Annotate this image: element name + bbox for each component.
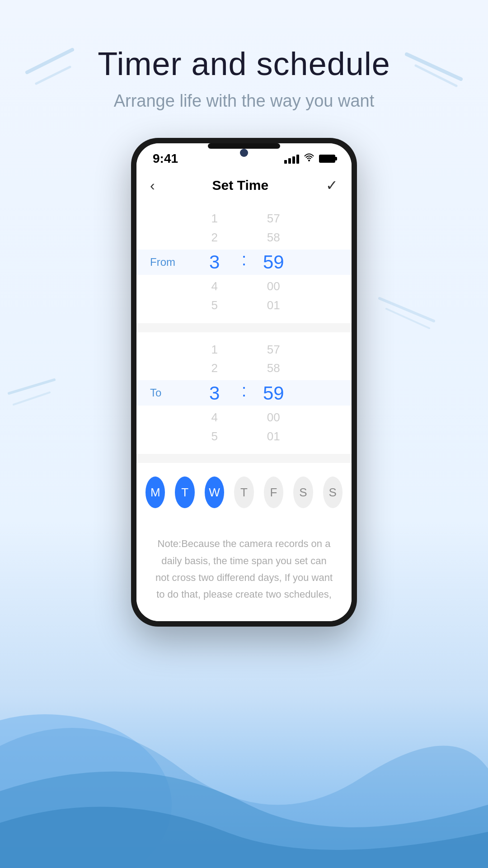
phone-mockup: 9:41: [131, 138, 357, 627]
to-hour-5: 5: [192, 427, 237, 446]
from-min-57: 57: [251, 209, 296, 228]
from-picker-row[interactable]: From 1 2 3 4 5 : 57: [136, 206, 352, 319]
day-monday[interactable]: M: [145, 476, 165, 508]
day-friday[interactable]: F: [264, 476, 283, 508]
note-text: Note:Because the camera records on a dai…: [155, 535, 333, 603]
app-header: ‹ Set Time ✓: [136, 170, 352, 201]
to-picker-columns: 1 2 3 4 5 : 57 58 59 00: [192, 340, 296, 446]
from-separator: :: [237, 250, 251, 269]
note-section: Note:Because the camera records on a dai…: [136, 522, 352, 621]
to-min-57: 57: [251, 340, 296, 359]
day-wednesday[interactable]: W: [205, 476, 224, 508]
page-title: Timer and schedule: [98, 45, 390, 82]
status-icons: [284, 153, 335, 165]
to-hour-2: 2: [192, 359, 237, 378]
confirm-button[interactable]: ✓: [326, 177, 338, 194]
from-hour-column[interactable]: 1 2 3 4 5: [192, 209, 237, 315]
to-hour-1: 1: [192, 340, 237, 359]
from-picker-columns: 1 2 3 4 5 : 57 58 59 00: [192, 209, 296, 315]
from-minute-column[interactable]: 57 58 59 00 01: [251, 209, 296, 315]
day-selector: M T W T F S S: [136, 463, 352, 522]
to-min-00: 00: [251, 408, 296, 427]
from-hour-2: 2: [192, 228, 237, 247]
to-min-58: 58: [251, 359, 296, 378]
from-hour-selected: 3: [192, 247, 237, 277]
svg-point-9: [308, 160, 310, 161]
from-hour-4: 4: [192, 277, 237, 296]
to-minute-column[interactable]: 57 58 59 00 01: [251, 340, 296, 446]
to-hour-4: 4: [192, 408, 237, 427]
to-separator: :: [237, 381, 251, 401]
section-divider-1: [136, 323, 352, 332]
to-min-selected: 59: [251, 378, 296, 408]
from-hour-5: 5: [192, 296, 237, 315]
wifi-icon: [304, 153, 314, 165]
phone-screen: 9:41: [136, 143, 352, 621]
back-button[interactable]: ‹: [150, 177, 155, 194]
from-min-selected: 59: [251, 247, 296, 277]
screen-title: Set Time: [212, 178, 269, 193]
to-picker-row[interactable]: To 1 2 3 4 5 : 57: [136, 337, 352, 450]
signal-icon: [284, 154, 299, 164]
day-tuesday[interactable]: T: [175, 476, 194, 508]
battery-icon: [319, 155, 335, 163]
from-picker-section: From 1 2 3 4 5 : 57: [136, 201, 352, 323]
to-picker-section: To 1 2 3 4 5 : 57: [136, 332, 352, 454]
from-min-58: 58: [251, 228, 296, 247]
phone-camera: [240, 149, 248, 157]
day-sunday[interactable]: S: [323, 476, 343, 508]
from-min-01: 01: [251, 296, 296, 315]
from-hour-1: 1: [192, 209, 237, 228]
to-min-01: 01: [251, 427, 296, 446]
day-saturday[interactable]: S: [293, 476, 313, 508]
day-thursday[interactable]: T: [234, 476, 253, 508]
page-subtitle: Arrange life with the way you want: [98, 91, 390, 111]
to-label: To: [150, 387, 161, 399]
section-divider-2: [136, 454, 352, 463]
to-hour-selected: 3: [192, 378, 237, 408]
status-time: 9:41: [153, 151, 178, 166]
to-hour-column[interactable]: 1 2 3 4 5: [192, 340, 237, 446]
from-label: From: [150, 256, 175, 269]
phone-notch: [208, 143, 280, 149]
from-min-00: 00: [251, 277, 296, 296]
